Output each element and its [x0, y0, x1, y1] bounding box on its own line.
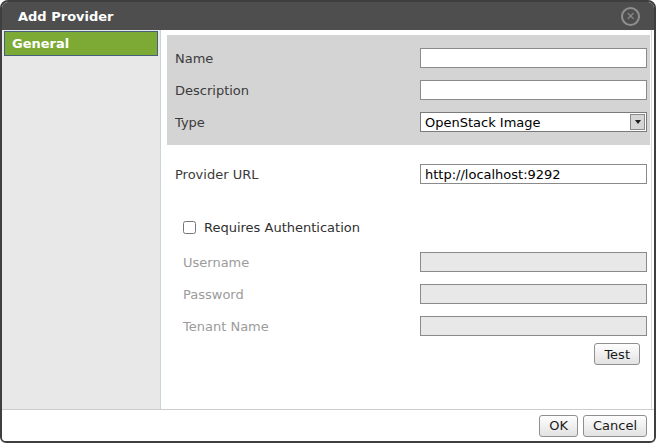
general-panel: Name Description Type OpenStack Image: [167, 35, 650, 145]
dialog-title: Add Provider: [2, 9, 114, 24]
username-label: Username: [175, 255, 420, 270]
description-label: Description: [175, 83, 420, 98]
type-label: Type: [175, 115, 420, 130]
test-row: Test: [167, 343, 650, 365]
cancel-button[interactable]: Cancel: [583, 415, 647, 437]
name-input[interactable]: [420, 48, 647, 68]
username-row: Username: [167, 246, 650, 278]
ok-button[interactable]: OK: [539, 415, 578, 437]
password-label: Password: [175, 287, 420, 302]
name-label: Name: [175, 51, 420, 66]
name-row: Name: [167, 42, 650, 74]
provider-url-label: Provider URL: [175, 167, 420, 182]
dialog-body: General Name Description Type OpenStack …: [2, 30, 654, 409]
provider-url-row: Provider URL: [167, 158, 650, 190]
dropdown-button[interactable]: [630, 114, 645, 130]
requires-auth-label[interactable]: Requires Authentication: [204, 220, 360, 235]
tenant-name-row: Tenant Name: [167, 310, 650, 342]
sidebar-item-label: General: [12, 36, 69, 51]
chevron-down-icon: [635, 120, 641, 124]
sidebar-item-general[interactable]: General: [4, 31, 158, 56]
form-area: Name Description Type OpenStack Image: [161, 30, 652, 409]
description-input[interactable]: [420, 80, 647, 100]
close-icon[interactable]: ✕: [621, 7, 640, 26]
dialog-footer: OK Cancel: [2, 409, 654, 441]
type-select-value: OpenStack Image: [421, 115, 629, 130]
tenant-name-label: Tenant Name: [175, 319, 420, 334]
type-row: Type OpenStack Image: [167, 106, 650, 138]
requires-auth-checkbox[interactable]: [183, 221, 196, 234]
sidebar: General: [2, 30, 161, 409]
password-row: Password: [167, 278, 650, 310]
provider-url-input[interactable]: [420, 164, 647, 184]
username-input[interactable]: [420, 252, 647, 272]
password-input[interactable]: [420, 284, 647, 304]
dialog-titlebar: Add Provider ✕: [2, 2, 654, 30]
type-select[interactable]: OpenStack Image: [420, 112, 647, 132]
tenant-name-input[interactable]: [420, 316, 647, 336]
add-provider-dialog: Add Provider ✕ General Name Description …: [0, 0, 656, 443]
description-row: Description: [167, 74, 650, 106]
requires-auth-row: Requires Authentication: [167, 217, 650, 237]
test-button[interactable]: Test: [594, 343, 640, 365]
provider-section: Provider URL Requires Authentication Use…: [167, 145, 650, 365]
